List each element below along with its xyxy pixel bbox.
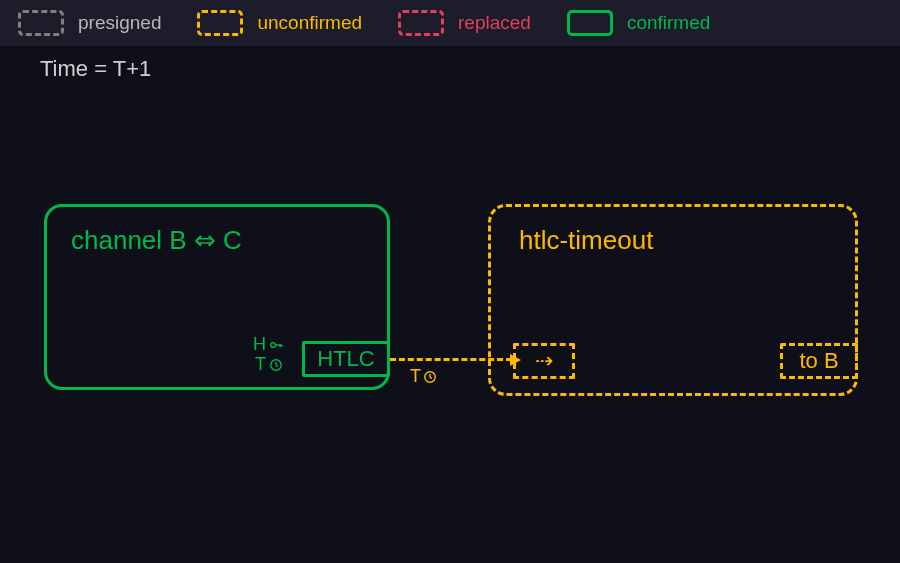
- legend-swatch-replaced: [398, 10, 444, 36]
- box-htlc-timeout-title: htlc-timeout: [519, 225, 653, 256]
- box-channel-bc: channel B ⇔ C H T HTLC: [44, 204, 390, 390]
- legend-item-confirmed: confirmed: [567, 10, 710, 36]
- edge-timelock-label: T: [410, 366, 421, 387]
- box-htlc-timeout: htlc-timeout ⇢ to B: [488, 204, 858, 396]
- legend-swatch-unconfirmed: [197, 10, 243, 36]
- key-icon: [269, 338, 283, 352]
- legend-swatch-presigned: [18, 10, 64, 36]
- input-htlc-timeout: ⇢: [513, 343, 575, 379]
- box-channel-title: channel B ⇔ C: [71, 225, 242, 256]
- svg-point-0: [271, 343, 276, 348]
- time-condition-label: T: [255, 355, 266, 375]
- legend-label-replaced: replaced: [458, 12, 531, 34]
- output-htlc: HTLC: [302, 341, 390, 377]
- output-to-b-label: to B: [799, 348, 838, 374]
- time-label: Time = T+1: [40, 56, 151, 82]
- edge-htlc-to-timeout-label: T: [410, 366, 437, 387]
- legend-bar: presigned unconfirmed replaced confirmed: [0, 0, 900, 46]
- input-htlc-timeout-label: ⇢: [535, 348, 553, 374]
- legend-label-presigned: presigned: [78, 12, 161, 34]
- clock-icon: [423, 370, 437, 384]
- legend-item-presigned: presigned: [18, 10, 161, 36]
- legend-label-unconfirmed: unconfirmed: [257, 12, 362, 34]
- legend-item-replaced: replaced: [398, 10, 531, 36]
- hash-condition: H: [253, 335, 283, 355]
- legend-item-unconfirmed: unconfirmed: [197, 10, 362, 36]
- output-to-b: to B: [780, 343, 858, 379]
- clock-icon: [269, 358, 283, 372]
- output-htlc-label: HTLC: [317, 346, 374, 372]
- time-condition: T: [253, 355, 283, 375]
- hash-condition-label: H: [253, 335, 266, 355]
- legend-label-confirmed: confirmed: [627, 12, 710, 34]
- htlc-spend-conditions: H T: [253, 335, 283, 375]
- legend-swatch-confirmed: [567, 10, 613, 36]
